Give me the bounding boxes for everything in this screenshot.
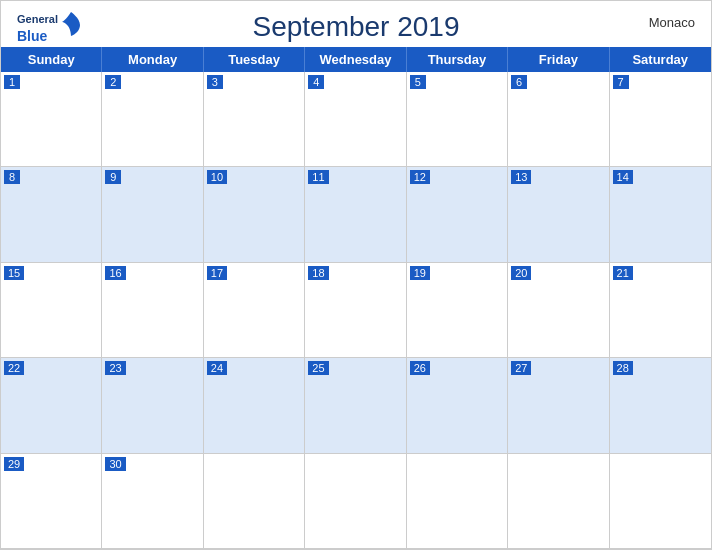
day-number: 12: [410, 170, 430, 184]
day-number: 29: [4, 457, 24, 471]
day-header-tuesday: Tuesday: [204, 47, 305, 72]
day-cell-30: 30: [102, 454, 203, 549]
day-number: 15: [4, 266, 24, 280]
day-cell-7: 7: [610, 72, 711, 167]
day-cell-11: 11: [305, 167, 406, 262]
day-number: 11: [308, 170, 328, 184]
day-number: 26: [410, 361, 430, 375]
day-number: 2: [105, 75, 121, 89]
logo-blue-text: Blue: [17, 28, 47, 44]
day-number: 16: [105, 266, 125, 280]
day-cell-6: 6: [508, 72, 609, 167]
day-number: 10: [207, 170, 227, 184]
day-cell-2: 2: [102, 72, 203, 167]
day-number: 23: [105, 361, 125, 375]
day-cell-18: 18: [305, 263, 406, 358]
day-cell-17: 17: [204, 263, 305, 358]
day-number: 19: [410, 266, 430, 280]
calendar-grid: 1234567891011121314151617181920212223242…: [1, 72, 711, 549]
day-cell-14: 14: [610, 167, 711, 262]
day-number: 24: [207, 361, 227, 375]
empty-day-cell: [204, 454, 305, 549]
day-number: 1: [4, 75, 20, 89]
day-cell-12: 12: [407, 167, 508, 262]
day-cell-21: 21: [610, 263, 711, 358]
day-header-wednesday: Wednesday: [305, 47, 406, 72]
country-label: Monaco: [649, 15, 695, 30]
day-number: 21: [613, 266, 633, 280]
day-number: 25: [308, 361, 328, 375]
empty-day-cell: [407, 454, 508, 549]
logo-general-text: General: [17, 13, 58, 25]
day-number: 30: [105, 457, 125, 471]
day-headers-row: SundayMondayTuesdayWednesdayThursdayFrid…: [1, 47, 711, 72]
day-cell-27: 27: [508, 358, 609, 453]
day-number: 9: [105, 170, 121, 184]
day-cell-8: 8: [1, 167, 102, 262]
calendar-title: September 2019: [252, 11, 459, 43]
day-number: 27: [511, 361, 531, 375]
day-number: 3: [207, 75, 223, 89]
day-cell-20: 20: [508, 263, 609, 358]
day-number: 17: [207, 266, 227, 280]
calendar: General Blue September 2019 Monaco Sunda…: [0, 0, 712, 550]
day-cell-29: 29: [1, 454, 102, 549]
day-cell-1: 1: [1, 72, 102, 167]
day-number: 5: [410, 75, 426, 89]
day-cell-3: 3: [204, 72, 305, 167]
empty-day-cell: [610, 454, 711, 549]
day-cell-19: 19: [407, 263, 508, 358]
day-cell-24: 24: [204, 358, 305, 453]
day-cell-26: 26: [407, 358, 508, 453]
day-number: 8: [4, 170, 20, 184]
empty-day-cell: [508, 454, 609, 549]
day-header-thursday: Thursday: [407, 47, 508, 72]
day-number: 18: [308, 266, 328, 280]
day-cell-13: 13: [508, 167, 609, 262]
logo: General Blue: [17, 9, 80, 45]
day-cell-16: 16: [102, 263, 203, 358]
day-cell-10: 10: [204, 167, 305, 262]
day-cell-25: 25: [305, 358, 406, 453]
day-number: 22: [4, 361, 24, 375]
logo-bird-icon: [62, 12, 80, 38]
day-cell-23: 23: [102, 358, 203, 453]
day-header-monday: Monday: [102, 47, 203, 72]
day-cell-28: 28: [610, 358, 711, 453]
empty-day-cell: [305, 454, 406, 549]
day-cell-5: 5: [407, 72, 508, 167]
day-number: 28: [613, 361, 633, 375]
day-header-friday: Friday: [508, 47, 609, 72]
day-number: 6: [511, 75, 527, 89]
day-number: 13: [511, 170, 531, 184]
day-number: 20: [511, 266, 531, 280]
day-number: 4: [308, 75, 324, 89]
day-header-saturday: Saturday: [610, 47, 711, 72]
day-cell-22: 22: [1, 358, 102, 453]
day-cell-4: 4: [305, 72, 406, 167]
day-header-sunday: Sunday: [1, 47, 102, 72]
day-number: 7: [613, 75, 629, 89]
day-cell-15: 15: [1, 263, 102, 358]
day-cell-9: 9: [102, 167, 203, 262]
day-number: 14: [613, 170, 633, 184]
calendar-header: General Blue September 2019 Monaco: [1, 1, 711, 47]
